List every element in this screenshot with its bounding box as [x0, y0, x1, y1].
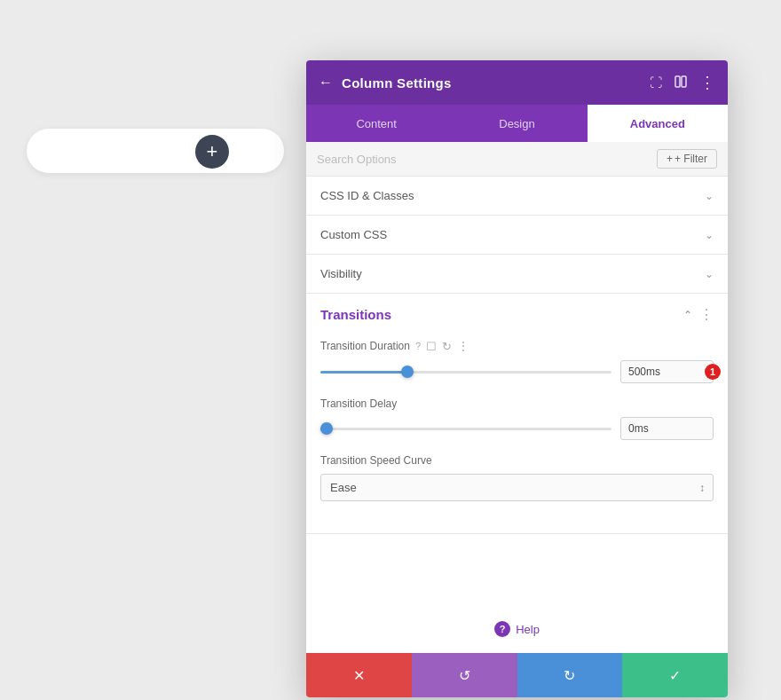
- speed-curve-select-wrap: Ease Linear Ease In Ease Out Ease In Out…: [320, 474, 714, 501]
- more-options-icon[interactable]: ⋮: [699, 73, 715, 92]
- transition-duration-slider-row: 1: [320, 360, 714, 383]
- expand-icon[interactable]: ⛶: [650, 75, 662, 90]
- header-right-icons: ⛶ ⋮: [650, 73, 715, 92]
- css-id-header[interactable]: CSS ID & Classes ⌄: [306, 177, 728, 215]
- transition-delay-slider-row: [320, 417, 714, 440]
- help-section[interactable]: ? Help: [306, 605, 728, 653]
- help-circle-icon: ?: [494, 621, 510, 637]
- help-label: Help: [516, 623, 540, 636]
- transitions-header-controls: ⌃ ⋮: [683, 306, 714, 323]
- speed-curve-select[interactable]: Ease Linear Ease In Ease Out Ease In Out: [320, 474, 714, 501]
- tab-advanced[interactable]: Advanced: [588, 105, 728, 142]
- save-button[interactable]: ✓: [622, 653, 728, 697]
- transition-duration-field: Transition Duration ? ☐ ↻ ⋮: [320, 339, 714, 383]
- search-options-input[interactable]: Search Options: [317, 153, 657, 166]
- custom-css-header[interactable]: Custom CSS ⌄: [306, 216, 728, 254]
- visibility-title: Visibility: [320, 267, 362, 280]
- visibility-chevron: ⌄: [705, 268, 714, 280]
- filter-plus-icon: +: [667, 153, 673, 165]
- plus-icon: +: [207, 140, 218, 163]
- svg-rect-1: [682, 76, 686, 87]
- transitions-header: Transitions ⌃ ⋮: [306, 294, 728, 335]
- tab-content[interactable]: Content: [306, 105, 446, 142]
- duration-thumb[interactable]: [401, 366, 414, 378]
- duration-desktop-icon[interactable]: ☐: [426, 340, 437, 353]
- css-id-chevron: ⌄: [705, 190, 714, 202]
- delay-value-wrap: [620, 417, 714, 440]
- transitions-collapse-icon[interactable]: ⌃: [683, 309, 692, 321]
- custom-css-chevron: ⌄: [705, 229, 714, 241]
- back-icon[interactable]: ←: [319, 75, 333, 90]
- duration-value-input[interactable]: [620, 360, 714, 383]
- delay-value-input[interactable]: [620, 417, 714, 440]
- transition-duration-label-row: Transition Duration ? ☐ ↻ ⋮: [320, 339, 714, 353]
- transition-speed-curve-field: Transition Speed Curve Ease Linear Ease …: [320, 454, 714, 501]
- save-icon: ✓: [669, 667, 681, 684]
- visibility-section: Visibility ⌄: [306, 255, 728, 294]
- duration-track: [320, 371, 611, 374]
- header-left: ← Column Settings: [319, 75, 452, 90]
- content-spacer: [306, 534, 728, 605]
- transition-duration-slider[interactable]: [320, 363, 611, 381]
- duration-more-icon[interactable]: ⋮: [457, 339, 469, 353]
- speed-curve-label: Transition Speed Curve: [320, 454, 432, 467]
- column-settings-modal: ← Column Settings ⛶ ⋮ Content Design Adv…: [306, 60, 728, 697]
- svg-rect-0: [675, 76, 680, 87]
- css-id-section: CSS ID & Classes ⌄: [306, 177, 728, 216]
- add-element-button[interactable]: +: [195, 135, 229, 169]
- custom-css-section: Custom CSS ⌄: [306, 216, 728, 255]
- css-id-title: CSS ID & Classes: [320, 189, 414, 202]
- transitions-title: Transitions: [320, 307, 391, 322]
- speed-curve-label-row: Transition Speed Curve: [320, 454, 714, 467]
- cancel-button[interactable]: ✕: [306, 653, 412, 697]
- duration-fill: [320, 371, 407, 374]
- transition-delay-field: Transition Delay: [320, 397, 714, 440]
- tab-design[interactable]: Design: [446, 105, 587, 142]
- redo-button[interactable]: ↻: [517, 653, 623, 697]
- duration-reset-icon[interactable]: ↻: [442, 340, 452, 353]
- delay-thumb[interactable]: [320, 422, 333, 435]
- transitions-body: Transition Duration ? ☐ ↻ ⋮: [306, 335, 728, 533]
- columns-icon[interactable]: [674, 75, 687, 90]
- modal-title: Column Settings: [342, 75, 452, 90]
- filter-button[interactable]: + + Filter: [657, 149, 717, 169]
- modal-tabs: Content Design Advanced: [306, 105, 728, 142]
- modal-footer: ✕ ↺ ↻ ✓: [306, 653, 728, 697]
- visibility-header[interactable]: Visibility ⌄: [306, 255, 728, 293]
- transitions-section: Transitions ⌃ ⋮ Transition Duration ? ☐ …: [306, 294, 728, 534]
- duration-badge: 1: [705, 364, 721, 380]
- transition-delay-slider[interactable]: [320, 420, 611, 437]
- duration-value-wrap: 1: [620, 360, 714, 383]
- modal-header: ← Column Settings ⛶ ⋮: [306, 60, 728, 105]
- cancel-icon: ✕: [353, 667, 365, 684]
- transitions-more-icon[interactable]: ⋮: [699, 306, 714, 323]
- transition-duration-label: Transition Duration: [320, 340, 410, 352]
- redo-icon: ↻: [564, 667, 575, 684]
- background-bar: [27, 129, 284, 173]
- search-bar: Search Options + + Filter: [306, 142, 728, 177]
- reset-button[interactable]: ↺: [412, 653, 517, 697]
- transition-delay-label: Transition Delay: [320, 397, 397, 410]
- reset-icon: ↺: [459, 667, 470, 684]
- transition-delay-label-row: Transition Delay: [320, 397, 714, 410]
- delay-track: [320, 428, 611, 430]
- duration-help-icon[interactable]: ?: [415, 341, 421, 351]
- custom-css-title: Custom CSS: [320, 228, 387, 241]
